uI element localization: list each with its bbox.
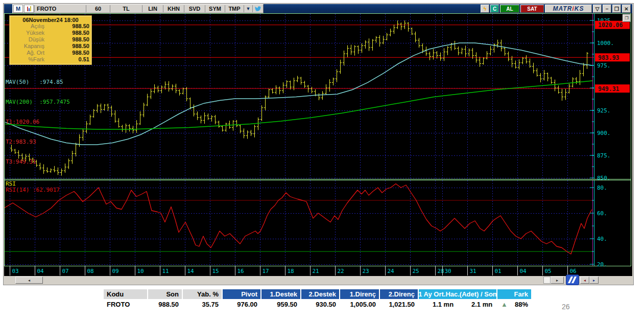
rsi-axis-label: 80. <box>597 185 607 191</box>
price-tag: 983.93 <box>595 53 630 61</box>
date-label: 23 <box>363 268 369 274</box>
date-label: 31 <box>470 268 476 274</box>
chart-restore-icon[interactable]: ❐ <box>623 14 631 22</box>
minimize-button-icon[interactable]: – <box>603 5 611 13</box>
date-label: 18 <box>288 268 294 274</box>
date-label: 16 <box>237 268 244 274</box>
chevron-down-icon[interactable]: ▼ <box>244 5 252 12</box>
col-header-fark: Fark <box>497 289 531 299</box>
rsi-axis-label: 20. <box>597 261 607 268</box>
t2-label: T2:983.93 <box>6 139 70 145</box>
scrollbar-thumb[interactable] <box>543 277 551 284</box>
indicator-legend: MAV(50) :974.85 MAV(200) :957.7475 T1:10… <box>6 65 70 178</box>
col-header-pivot: Pivot <box>223 289 260 299</box>
khn-button[interactable]: KHN <box>163 5 184 12</box>
destek1-cell: 959.50 <box>261 300 300 309</box>
date-label: 21 <box>313 268 319 274</box>
date-label: 06 <box>570 268 577 274</box>
info-row-fark: %Fark0.51 <box>12 56 89 63</box>
scroll-right-button[interactable]: ▸ <box>551 277 564 284</box>
t3-label: T3:949.31 <box>6 158 70 165</box>
buy-button[interactable]: AL <box>500 5 519 13</box>
info-row-kapan: Kapanış988.50 <box>12 43 89 50</box>
info-row-yksek: Yüksek988.50 <box>12 30 89 36</box>
restore-button-icon[interactable]: ❐ <box>612 5 621 13</box>
nav-next-button[interactable]: ▸ <box>589 277 599 284</box>
price-axis-label: 850. <box>597 175 611 181</box>
date-label: 09 <box>112 268 119 274</box>
symbol-cell: FROTO <box>104 300 147 309</box>
symbol-field[interactable]: FROTO <box>34 5 86 12</box>
dropdown-button-icon[interactable]: ▽ <box>593 5 602 13</box>
sell-button[interactable]: SAT <box>520 5 544 13</box>
brand-i-mark: i <box>572 5 574 12</box>
page-number: 26 <box>562 303 570 311</box>
period-field[interactable]: 60 <box>86 5 110 12</box>
info-box-datetime: 06November24 18:00 <box>12 17 89 23</box>
col-header-1-destek: 1.Destek <box>261 289 300 299</box>
titlebar: M FROTO60TLLINKHNSVDSYMTMP ▼ ϟ C AL SAT … <box>4 4 632 13</box>
sym-button[interactable]: SYM <box>205 5 225 12</box>
titlebar-right: ϟ C AL SAT MATRiKS ▽–❐✕ <box>481 5 631 13</box>
destek2-cell: 930.50 <box>301 300 339 309</box>
hac-1ay-cell: 1.1 mn <box>419 300 467 309</box>
date-label: 01 <box>495 268 502 274</box>
price-axis-label: 975. <box>597 62 611 69</box>
col-header-2-diren-: 2.Direnç <box>380 289 418 299</box>
rsi-axis-label: 40. <box>597 236 607 242</box>
direnc1-cell: 1,005.00 <box>340 300 379 309</box>
scroll-left-button[interactable]: ◂ <box>15 277 43 284</box>
svg-text:949.31: 949.31 <box>598 85 619 93</box>
son-cell: 988.50 <box>148 300 182 309</box>
menu-icon[interactable]: M <box>13 5 23 13</box>
horizontal-scrollbar[interactable]: ◂ ▸ ◂ ▸ <box>4 276 632 284</box>
date-label: 15 <box>212 268 219 274</box>
date-label: 11 <box>162 268 169 274</box>
date-label: 04 <box>520 268 527 274</box>
twitter-icon[interactable] <box>252 5 263 12</box>
support-resistance-table: KoduSonYab. %Pivot1.Destek2.Destek1.Dire… <box>104 289 532 310</box>
fark-cell: ▲88% <box>497 300 531 309</box>
info-row-al: Açılış988.50 <box>12 23 89 30</box>
date-label: 24 <box>388 268 395 274</box>
date-label: 07 <box>62 268 69 274</box>
info-row-aort: Ağ. Ort988.50 <box>12 50 89 56</box>
screen: M FROTO60TLLINKHNSVDSYMTMP ▼ ϟ C AL SAT … <box>0 0 644 321</box>
pivot-cell: 976.00 <box>223 300 260 309</box>
date-label: 30 <box>445 268 451 274</box>
col-header-2-destek: 2.Destek <box>301 289 339 299</box>
date-label: 25 <box>413 268 419 274</box>
info-row-dk: Düşük988.50 <box>12 36 89 43</box>
date-label: 05 <box>545 268 552 274</box>
matriks-logo[interactable]: MATRiKS <box>545 5 592 13</box>
hac-son-cell: 2.1 mn <box>468 300 496 309</box>
price-tag: 949.31 <box>595 84 630 93</box>
tmp-button[interactable]: TMP <box>225 5 244 12</box>
date-label: 17 <box>263 268 269 274</box>
quick-trade-icon[interactable]: ϟ <box>481 5 489 13</box>
date-label: 08 <box>87 268 94 274</box>
ohlc-info-box: 06November24 18:00 Açılış988.50Yüksek988… <box>9 15 92 65</box>
close-button-icon[interactable]: ✕ <box>622 5 631 13</box>
date-label: 28 <box>438 268 444 274</box>
date-label: 14 <box>187 268 195 274</box>
lin-button[interactable]: LIN <box>142 5 163 12</box>
rsi-legend: RSI RSI(14) :62.9017 <box>6 181 60 193</box>
matriks-bolt-icon[interactable] <box>566 274 579 285</box>
price-chart[interactable]: 1025.1000.975.950.925.900.875.850.1020.0… <box>4 13 632 276</box>
date-label: 03 <box>12 268 19 274</box>
price-axis-label: 900. <box>597 130 611 136</box>
mav200-label: MAV(200) :957.7475 <box>6 99 70 105</box>
svd-button[interactable]: SVD <box>184 5 205 12</box>
chart-type-icon[interactable] <box>24 5 34 13</box>
col-header-1-ay-ort-hac-adet-son: 1 Ay Ort.Hac.(Adet) / Son <box>419 289 496 299</box>
rsi-value-label: RSI(14) :62.9017 <box>6 187 60 193</box>
currency-field[interactable]: TL <box>110 5 142 12</box>
refresh-button[interactable]: C <box>490 5 499 13</box>
up-triangle-icon: ▲ <box>501 301 508 308</box>
nav-prev-button[interactable]: ◂ <box>580 277 589 284</box>
col-header-1-diren-: 1.Direnç <box>340 289 379 299</box>
mav50-label: MAV(50) :974.85 <box>6 79 70 85</box>
titlebar-left: M FROTO60TLLINKHNSVDSYMTMP ▼ <box>12 4 264 13</box>
svg-text:1020.06: 1020.06 <box>598 21 623 29</box>
